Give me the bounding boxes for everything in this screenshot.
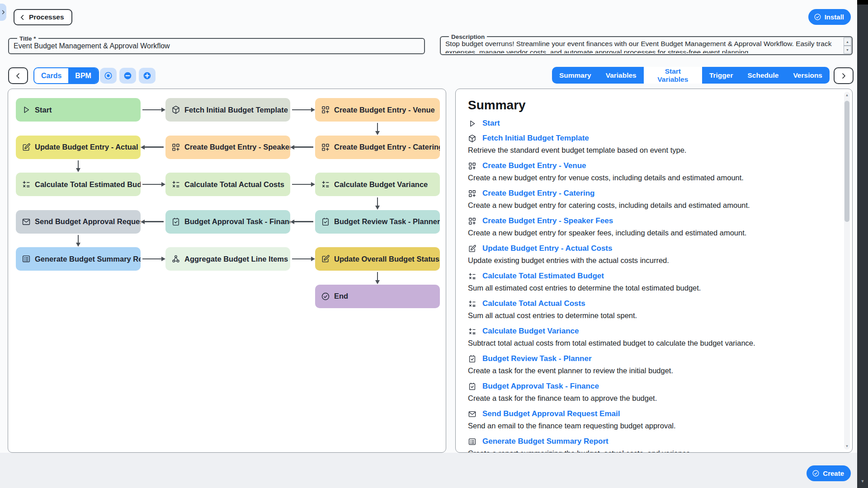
report-icon [22,254,31,263]
flow-node-calc-actual[interactable]: Calculate Total Actual Costs [165,173,290,196]
panel-scrollbar[interactable]: ▲ ▼ [844,92,850,450]
scrollbar-down-icon[interactable]: ▼ [844,444,850,448]
summary-link-send-budget-approval-request-email[interactable]: Send Budget Approval Request Email [482,409,620,419]
play-icon [468,119,476,128]
summary-content: Summary StartFetch Initial Budget Templa… [468,98,833,452]
scrollbar-down-icon[interactable]: ▼ [857,479,868,483]
summary-link-fetch-initial-budget-template[interactable]: Fetch Initial Budget Template [482,133,589,143]
flow-node-review-planner[interactable]: Budget Review Task - Planner [315,210,440,234]
flow-node-calc-estimated[interactable]: Calculate Total Estimated Budget [16,173,141,196]
flow-arrow-head [76,243,80,247]
clipboard-check-icon [468,355,476,363]
summary-link-budget-approval-task-finance[interactable]: Budget Approval Task - Finance [482,381,599,391]
flow-arrow-head [311,108,315,112]
summary-link-calculate-total-actual-costs[interactable]: Calculate Total Actual Costs [482,299,585,309]
summary-item-title-row: Start [468,118,833,128]
summary-link-create-budget-entry-venue[interactable]: Create Budget Entry - Venue [482,161,586,171]
summary-items: StartFetch Initial Budget TemplateRetrie… [468,118,833,452]
flow-node-label: Create Budget Entry - Speaker Fees [184,143,290,151]
flow-node-end[interactable]: End [315,285,440,308]
grid-plus-icon [321,105,330,114]
summary-link-create-budget-entry-speaker-fees[interactable]: Create Budget Entry - Speaker Fees [482,216,613,226]
summary-item-calculate-total-actual-costs: Calculate Total Actual CostsSum all actu… [468,299,833,321]
scroll-up-button[interactable]: ▲ [844,38,851,46]
view-toggle-cards[interactable]: Cards [34,68,68,83]
summary-item-title-row: Calculate Total Estimated Budget [468,271,833,281]
tab-summary[interactable]: Summary [552,67,599,84]
summary-item-title-row: Budget Review Task - Planner [468,354,833,364]
summary-item-title-row: Calculate Budget Variance [468,326,833,336]
side-panel-flap[interactable] [0,4,6,21]
tab-versions[interactable]: Versions [786,67,830,84]
summary-link-calculate-budget-variance[interactable]: Calculate Budget Variance [482,326,579,336]
tab-schedule[interactable]: Schedule [740,67,786,84]
flow-arrow-head [141,145,145,150]
title-input[interactable] [14,40,420,52]
fit-view-button[interactable] [100,68,117,84]
flow-arrow-line [78,160,79,169]
flow-node-calc-variance[interactable]: Calculate Budget Variance [315,173,440,196]
browser-scrollbar[interactable]: ▼ [857,0,868,488]
flow-node-fetch[interactable]: Fetch Initial Budget Template [165,98,290,122]
tab-trigger[interactable]: Trigger [702,67,741,84]
create-button[interactable]: Create [807,465,851,481]
tabs-next-button[interactable] [834,67,854,84]
zoom-out-button[interactable] [119,68,136,84]
play-icon [22,105,31,114]
summary-item-title-row: Generate Budget Summary Report [468,436,833,446]
flow-node-aggregate[interactable]: Aggregate Budget Line Items [165,247,290,271]
summary-link-update-budget-entry-actual-costs[interactable]: Update Budget Entry - Actual Costs [482,244,612,253]
tab-start-variables[interactable]: Start Variables [644,67,702,84]
summary-link-generate-budget-summary-report[interactable]: Generate Budget Summary Report [482,436,609,446]
flow-canvas[interactable]: StartFetch Initial Budget TemplateCreate… [8,89,446,453]
flow-node-approval-finance[interactable]: Budget Approval Task - Finance [165,210,290,234]
flow-node-generate-report[interactable]: Generate Budget Summary Report [16,247,141,271]
summary-link-budget-review-task-planner[interactable]: Budget Review Task - Planner [482,354,592,364]
chevron-left-icon [14,72,22,80]
flow-arrow-head [161,257,165,261]
flow-node-label: Fetch Initial Budget Template [184,106,288,114]
flow-arrow-head [161,108,165,112]
clipboard-check-icon [468,382,476,391]
flow-arrow-line [144,221,164,222]
flow-node-start[interactable]: Start [16,98,141,122]
flow-node-label: Send Budget Approval Request Email [35,217,141,226]
back-to-processes-button[interactable]: Processes [14,9,72,25]
tab-variables[interactable]: Variables [599,67,644,84]
canvas-back-button[interactable] [8,67,28,84]
target-icon [104,71,113,80]
summary-item-title-row: Budget Approval Task - Finance [468,381,833,391]
flow-node-create-catering[interactable]: Create Budget Entry - Catering [315,136,440,159]
title-fieldset: Title * [8,38,425,54]
view-toggle-bpm[interactable]: BPM [68,68,98,83]
flow-arrow-line [292,109,311,111]
scroll-down-button[interactable]: ▼ [844,46,851,54]
scrollbar-up-icon[interactable]: ▲ [844,93,850,97]
flow-arrow-head [290,145,294,150]
flow-node-update-actual[interactable]: Update Budget Entry - Actual Costs [16,136,141,159]
summary-link-calculate-total-estimated-budget[interactable]: Calculate Total Estimated Budget [482,271,604,281]
summary-item-title-row: Calculate Total Actual Costs [468,299,833,309]
flow-arrow-head [290,220,294,224]
flow-node-create-venue[interactable]: Create Budget Entry - Venue [315,98,440,122]
flow-node-update-overall[interactable]: Update Overall Budget Status [315,247,440,271]
summary-item-title-row: Update Budget Entry - Actual Costs [468,244,833,253]
summary-link-create-budget-entry-catering[interactable]: Create Budget Entry - Catering [482,188,594,198]
description-textarea[interactable]: Stop budget overruns! Streamline your ev… [445,39,841,53]
create-label: Create [823,469,844,477]
calculator-icon [22,180,31,189]
summary-item-calculate-budget-variance: Calculate Budget VarianceSubtract total … [468,326,833,349]
summary-item-generate-budget-summary-report: Generate Budget Summary ReportCreate a r… [468,436,833,452]
chevron-left-icon [19,14,26,21]
zoom-in-button[interactable] [139,68,156,84]
flow-node-create-speaker[interactable]: Create Budget Entry - Speaker Fees [165,136,290,159]
scrollbar-thumb[interactable] [844,101,849,222]
flow-node-send-email[interactable]: Send Budget Approval Request Email [16,210,141,234]
flow-arrow-line [78,235,79,244]
flow-arrow-head [311,182,315,187]
summary-item-title-row: Create Budget Entry - Venue [468,161,833,171]
description-scroll-control: ▲ ▼ [844,38,851,54]
grid-plus-icon [171,143,180,152]
install-button[interactable]: Install [808,9,851,25]
summary-link-start[interactable]: Start [482,118,500,128]
